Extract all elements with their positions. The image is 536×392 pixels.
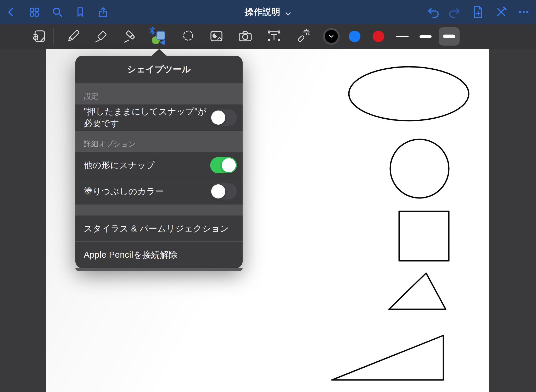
- svg-text:a: a: [32, 30, 39, 42]
- toggle-knob: [222, 158, 236, 172]
- row-snap-to-other-shapes: 他の形にスナップ: [75, 152, 243, 178]
- tool-highlighter[interactable]: [122, 28, 139, 45]
- drawn-circle: [390, 139, 449, 198]
- tool-camera[interactable]: [237, 28, 254, 45]
- row-label: 塗りつぶしのカラー: [84, 186, 164, 197]
- row-hold-to-snap: "押したままにしてスナップ"が必要です: [75, 104, 243, 131]
- toolbar-divider: [319, 28, 319, 45]
- stylus-palm-rejection-button[interactable]: スタイラス & パームリジェクション: [75, 216, 243, 242]
- thumbnails-button[interactable]: [29, 6, 40, 18]
- tool-page-preview[interactable]: a: [31, 28, 48, 45]
- image-icon: [208, 27, 225, 45]
- share-button[interactable]: [97, 6, 109, 18]
- stylus-disabled-button[interactable]: [495, 6, 507, 18]
- search-button[interactable]: [52, 6, 63, 18]
- row-label: "押したままにしてスナップ"が必要です: [84, 106, 210, 129]
- popover-arrow: [151, 49, 167, 56]
- tool-laser-pointer[interactable]: [294, 28, 311, 45]
- popover-title: シェイプツール: [75, 56, 243, 83]
- redo-button[interactable]: [450, 6, 461, 18]
- share-icon: [97, 6, 109, 18]
- color-swatch-blue[interactable]: [349, 31, 360, 42]
- shape-tool-icon: [150, 29, 167, 47]
- document-title-button[interactable]: 操作説明: [245, 0, 291, 24]
- toggle-knob: [211, 111, 225, 125]
- drawn-rect: [399, 211, 449, 261]
- back-chevron-icon: [5, 6, 17, 18]
- shape-tool-popover: シェイプツール 設定 "押したままにしてスナップ"が必要です 詳細オプション 他…: [75, 56, 243, 268]
- ellipsis-icon: [518, 6, 530, 18]
- color-swatch-black[interactable]: [325, 30, 338, 43]
- tool-text[interactable]: [266, 28, 282, 45]
- hold-to-snap-toggle[interactable]: [210, 109, 237, 126]
- snap-to-other-shapes-toggle[interactable]: [210, 157, 237, 173]
- color-swatch-red[interactable]: [373, 31, 384, 42]
- stroke-width-thick-selected[interactable]: [439, 27, 460, 46]
- tool-eraser[interactable]: [93, 28, 110, 45]
- row-label: 他の形にスナップ: [84, 159, 155, 171]
- pen-icon: [65, 27, 82, 45]
- row-fill-color: 塗りつぶしのカラー: [75, 178, 243, 205]
- drawn-polygon: [332, 335, 443, 380]
- stroke-width-medium[interactable]: [420, 35, 432, 38]
- section-gap: [75, 205, 243, 216]
- drawn-ellipse: [349, 67, 469, 121]
- add-page-button[interactable]: [472, 6, 484, 18]
- disconnect-apple-pencil-button[interactable]: Apple Pencilを接続解除: [75, 242, 243, 268]
- document-title: 操作説明: [245, 6, 280, 18]
- navbar: 操作説明: [0, 0, 536, 24]
- back-button[interactable]: [5, 6, 17, 18]
- stroke-width-thin[interactable]: [396, 36, 409, 37]
- eraser-icon: [93, 27, 110, 45]
- stroke-width-thick: [443, 35, 455, 38]
- redo-icon: [449, 6, 462, 18]
- bookmark-icon: [75, 6, 86, 18]
- stylus-disabled-icon: [495, 6, 507, 18]
- popover-bottom-band: [75, 268, 243, 271]
- page-preview-icon: a: [31, 27, 48, 45]
- toolbar: a: [0, 24, 536, 49]
- laser-pointer-icon: [294, 27, 311, 45]
- tool-shape[interactable]: [149, 26, 167, 46]
- row-label: スタイラス & パームリジェクション: [84, 223, 229, 235]
- text-tool-icon: [266, 27, 282, 45]
- undo-button[interactable]: [427, 6, 438, 18]
- chevron-down-icon: [329, 34, 334, 39]
- goodnotes-app: 操作説明: [0, 0, 536, 392]
- row-label: Apple Pencilを接続解除: [84, 249, 177, 261]
- search-icon: [52, 6, 63, 18]
- highlighter-icon: [122, 27, 139, 45]
- chevron-down-icon: [285, 8, 291, 18]
- drawn-polygon: [389, 273, 446, 309]
- toggle-knob: [211, 184, 225, 198]
- tool-pen[interactable]: [65, 28, 82, 45]
- grid-icon: [29, 6, 40, 18]
- bookmark-button[interactable]: [75, 6, 86, 18]
- tool-image[interactable]: [208, 28, 225, 45]
- lasso-icon: [180, 27, 197, 45]
- tool-lasso[interactable]: [180, 28, 197, 45]
- camera-icon: [237, 27, 254, 45]
- fill-color-toggle[interactable]: [210, 183, 237, 200]
- section-header-advanced-options: 詳細オプション: [75, 131, 243, 152]
- section-header-settings: 設定: [75, 83, 243, 104]
- add-page-icon: [472, 5, 484, 19]
- more-button[interactable]: [518, 6, 529, 18]
- undo-icon: [426, 6, 439, 18]
- toolbar-divider: [53, 28, 54, 45]
